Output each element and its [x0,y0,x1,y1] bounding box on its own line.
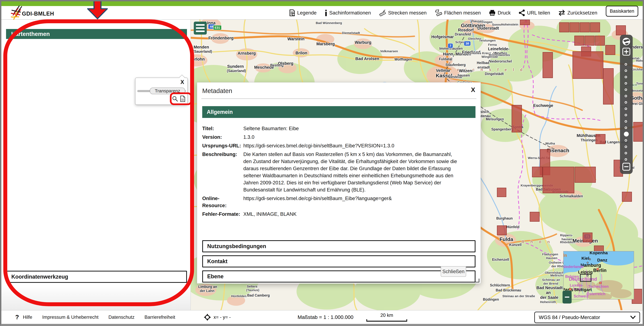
inset-city-marker [599,282,602,284]
section-nutzungsbedingungen[interactable]: Nutzungsbedingungen [202,240,476,252]
field-value: https://gdi-services.bmel.de/cgi-bin/sel… [243,142,394,149]
footer-links: ? HilfeImpressum & UrheberrechtDatenschu… [15,311,175,324]
sidebar-footer-area [1,285,190,310]
zoom-level-tick[interactable] [625,63,627,65]
map-label: Spangenberg [491,127,514,131]
toolbar-item-zur-cksetzen[interactable]: Zurücksetzen [558,10,597,16]
zoom-to-layer-icon[interactable] [172,96,178,102]
inset-label: Stuttgart [574,287,592,292]
map-label: Warstein [287,37,304,41]
zoom-level-tick[interactable] [625,127,627,129]
coords-text: x= - y= - [214,315,231,320]
raster-cell [590,22,600,32]
zoom-level-tick[interactable] [625,158,627,161]
map-label: Fröndenberg [208,36,234,40]
zoom-level-tick[interactable] [625,139,627,142]
measure-line-icon [379,9,386,16]
accent-strip [1,1,643,6]
zoom-level-tick[interactable] [625,146,627,148]
inset-label: Schweiz [574,294,589,298]
toolbar-item-strecken-messen[interactable]: Strecken messen [379,9,427,16]
coordinate-tool-panel[interactable]: Koordinatenwerkzeug [6,271,187,283]
zoom-level-tick[interactable] [625,101,627,104]
section-kontakt[interactable]: Kontakt [202,255,476,267]
zoom-level-current[interactable] [624,132,629,136]
zoom-level-tick[interactable] [625,152,627,154]
metadata-field: Fehler-Formate:XML, INIMAGE, BLANK [202,211,476,218]
globe-icon[interactable] [622,37,630,46]
map-label: (Taunus) [246,288,259,292]
logo-text: GDI-BMLEH [22,10,54,17]
map-menu-button[interactable] [194,21,207,34]
map-label: Rippers- [560,233,573,237]
map-label: Wutha [545,142,555,145]
map-label: Eschwege [533,103,553,108]
inset-label: Kopenha [590,251,608,255]
inset-city-dot [587,262,588,264]
overview-inset-map[interactable]: KopenhaKielDanzHamburgBerlinLeipzigNiede… [563,251,634,300]
map-label: Nessetal [631,89,643,92]
section-ebene[interactable]: Ebene [202,271,476,283]
scale-bar: 20 km [366,313,407,322]
toolbar-item-legende[interactable]: iLegende [289,9,316,16]
toolbar-item-druck[interactable]: Druck [489,10,511,16]
map-label: Duderstadt [478,26,499,31]
share-icon [519,9,525,16]
map-label: (Sauerland) [193,49,212,54]
field-label: Version: [202,133,243,141]
footer-link-hilfe[interactable]: Hilfe [23,315,32,320]
inset-collapse-button[interactable] [562,291,572,304]
map-label: Hohes Kreuz [472,51,491,55]
map-label: Eichenzell [492,258,509,262]
dialog-close-icon[interactable]: X [471,87,475,93]
zoom-level-tick[interactable] [625,76,627,78]
zoom-level-tick[interactable] [625,82,627,84]
resize-handle[interactable] [476,279,480,283]
footer-link-impressum-urheberrecht[interactable]: Impressum & Urheberrecht [42,315,98,320]
help-icon: ? [15,314,19,321]
map-label: Iserlohn [191,57,205,62]
map-label: der Brend [543,282,558,285]
toolbar-label: Legende [297,10,316,16]
close-dialog-button[interactable]: Schließen [441,266,466,277]
toolbar-label: Flächen messen [444,10,481,16]
toolbar-item-fl-chen-messen[interactable]: Flächen messen [435,9,481,16]
zoom-level-tick[interactable] [625,95,627,97]
raster-cell [497,225,507,235]
transparency-slider-handle[interactable]: Transparenz [150,88,185,94]
map-label: Hünfelden [231,294,247,298]
map-label: Melsungen [486,117,504,121]
metadata-document-icon[interactable] [180,95,185,102]
zoom-level-tick[interactable] [625,69,627,72]
map-label: Ferna [488,43,497,46]
map-label: Niederorschel [489,59,512,63]
footer-link-datenschutz[interactable]: Datenschutz [108,315,134,320]
crs-select[interactable]: WGS 84 / Pseudo-Mercator [534,312,640,323]
map-label: Olsberg [278,61,293,66]
map-themes-header[interactable]: Kartenthemen [6,29,187,39]
field-label: Titel: [202,125,243,132]
map-label: Bad Wünnenberg [316,21,342,25]
raster-cell [596,134,606,144]
zoom-in-button[interactable] [622,48,630,55]
raster-cell [575,167,596,183]
metadata-field: Ursprungs-URL:https://gdi-services.bmel.… [202,142,476,149]
raster-cell [497,188,506,197]
zoom-out-button[interactable] [622,163,630,171]
zoom-level-tick[interactable] [625,114,627,116]
zoom-level-tick[interactable] [625,120,627,123]
popup-close-icon[interactable]: X [180,79,184,85]
map-label: Büdingen [483,298,499,302]
basemap-button[interactable]: Basiskarten [606,6,638,16]
map-label: Hohenroth [540,300,556,304]
zoom-level-tick[interactable] [625,107,627,110]
toolbar-item-sachinformationen[interactable]: Sachinformationen [325,9,371,16]
svg-text:i: i [293,13,293,16]
field-label: Ursprungs-URL: [202,142,243,149]
map-label: Hausen [546,256,558,260]
section-allgemein[interactable]: Allgemein [202,106,476,118]
footer-link-barrierefreiheit[interactable]: Barrierefreiheit [144,315,175,320]
field-value: https://gdi-services.bmel.de/cgi-bin/sel… [243,195,392,209]
toolbar-item-url-teilen[interactable]: URL teilen [519,9,550,16]
zoom-level-tick[interactable] [625,88,627,91]
